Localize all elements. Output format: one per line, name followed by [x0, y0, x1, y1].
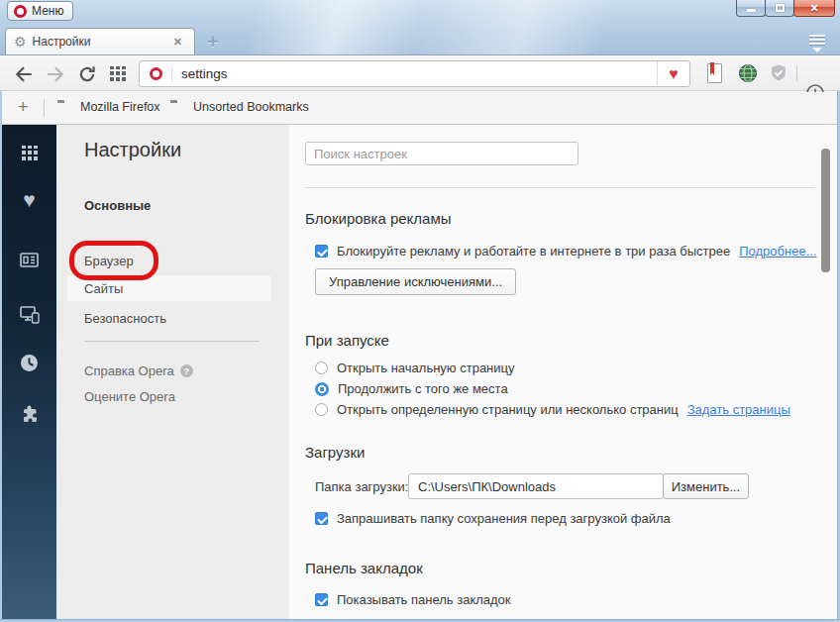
download-folder-field[interactable]: C:\Users\ПК\Downloads	[408, 473, 664, 499]
toolbar-separator	[796, 66, 797, 81]
titlebar: Меню ✕ ⚙ Настройки ✕ +	[0, 0, 840, 54]
maximize-icon	[776, 4, 785, 12]
bookmark-page-icon[interactable]	[707, 63, 722, 83]
back-button-icon[interactable]	[14, 64, 34, 84]
close-icon: ✕	[809, 2, 818, 15]
bookmarks-section-heading: Панель закладок	[305, 560, 423, 576]
sidebar-extensions-puzzle-icon[interactable]	[2, 405, 56, 424]
startup-option-row: Открыть определенную страницу или нескол…	[315, 402, 790, 417]
opera-browser-window: Меню ✕ ⚙ Настройки ✕ + settings ♥	[0, 0, 840, 622]
bookmarks-bar: + Mozilla Firefox Unsorted Bookmarks	[0, 92, 840, 125]
settings-nav-panel: Настройки Основные Браузер Сайты Безопас…	[56, 125, 289, 619]
show-bookmarks-checkbox-row: Показывать панель закладок	[315, 592, 511, 607]
startup-radio-specific-pages[interactable]	[315, 403, 328, 416]
content-divider	[305, 187, 815, 188]
sidebar-bookmarks-heart-icon[interactable]: ♥	[2, 188, 56, 212]
window-controls: ✕	[737, 0, 835, 17]
nav-group-basic: Основные	[84, 198, 151, 213]
bookmark-folder-unsorted[interactable]: Unsorted Bookmarks	[193, 100, 309, 114]
settings-content: Блокировка рекламы Блокируйте рекламу и …	[289, 125, 837, 619]
download-folder-label: Папка загрузки:	[315, 479, 408, 494]
startup-option-row: Открыть начальную страницу	[315, 361, 515, 375]
address-url-text[interactable]: settings	[181, 66, 657, 81]
search-settings-input[interactable]	[305, 142, 578, 165]
address-bar[interactable]: settings ♥	[139, 60, 690, 87]
adblock-checkbox-row: Блокируйте рекламу и работайте в интерне…	[315, 244, 817, 259]
minimize-button[interactable]	[736, 0, 766, 17]
help-question-icon[interactable]: ?	[180, 364, 193, 377]
nav-item-security[interactable]: Безопасность	[84, 311, 166, 326]
change-folder-button[interactable]: Изменить...	[663, 473, 749, 499]
nav-item-sites[interactable]: Сайты	[84, 281, 123, 296]
opera-menu-button[interactable]: Меню	[7, 1, 73, 21]
sidebar-history-clock-icon[interactable]	[2, 354, 56, 372]
opera-logo-icon	[14, 5, 27, 18]
adblock-checkbox-label: Блокируйте рекламу и работайте в интерне…	[337, 244, 730, 259]
forward-button-icon[interactable]	[46, 64, 65, 84]
nav-rate-link[interactable]: Оцените Opera	[84, 389, 175, 404]
adblock-section-heading: Блокировка рекламы	[305, 210, 452, 227]
tab-settings[interactable]: ⚙ Настройки ✕	[5, 28, 195, 54]
tab-close-icon[interactable]: ✕	[169, 34, 186, 51]
manage-exceptions-button[interactable]: Управление исключениями...	[315, 268, 516, 295]
sidebar-speed-dial-icon[interactable]	[2, 146, 56, 160]
ask-folder-checkbox[interactable]	[315, 512, 328, 525]
reload-button-icon[interactable]	[77, 64, 97, 84]
globe-icon[interactable]	[738, 63, 758, 83]
downloads-section-heading: Загрузки	[305, 444, 365, 461]
menu-button-label: Меню	[32, 4, 63, 18]
maximize-button[interactable]	[765, 0, 794, 17]
startup-radio-start-page[interactable]	[315, 362, 328, 374]
red-annotation-oval	[69, 241, 158, 280]
adblock-more-link[interactable]: Подробнее...	[739, 244, 816, 259]
bookmark-heart-button[interactable]: ♥	[657, 61, 689, 86]
startup-section-heading: При запуске	[305, 332, 389, 349]
settings-page-title: Настройки	[84, 139, 181, 161]
tab-title: Настройки	[33, 35, 169, 49]
address-separator	[171, 66, 172, 82]
opera-favicon	[150, 67, 162, 80]
nav-divider	[84, 341, 260, 342]
sidebar-my-flow-devices-icon[interactable]	[2, 305, 56, 324]
add-bookmark-button[interactable]: +	[18, 97, 29, 118]
scrollbar-thumb[interactable]	[821, 149, 830, 272]
sidebar-news-icon[interactable]	[2, 252, 56, 268]
sidebar: ♥	[2, 125, 56, 619]
shield-icon[interactable]	[769, 63, 788, 83]
startup-option-row: Продолжить с того же места	[315, 381, 508, 396]
close-window-button[interactable]: ✕	[793, 0, 835, 17]
bookmarks-separator	[44, 99, 45, 117]
minimize-icon	[747, 9, 756, 12]
startup-radio-continue[interactable]	[315, 382, 329, 396]
tab-menu-icon[interactable]	[808, 35, 826, 52]
gear-icon: ⚙	[14, 34, 27, 50]
show-bookmarks-checkbox[interactable]	[315, 593, 328, 606]
new-tab-button[interactable]: +	[201, 31, 225, 53]
toolbar: settings ♥	[0, 54, 840, 91]
nav-help-link[interactable]: Справка Opera ?	[84, 363, 193, 378]
adblock-checkbox[interactable]	[315, 245, 328, 258]
ask-folder-checkbox-row: Запрашивать папку сохранения перед загру…	[315, 511, 671, 526]
speed-dial-icon[interactable]	[110, 66, 126, 81]
set-pages-link[interactable]: Задать страницы	[687, 402, 790, 417]
bookmark-folder-mozilla[interactable]: Mozilla Firefox	[80, 100, 160, 114]
